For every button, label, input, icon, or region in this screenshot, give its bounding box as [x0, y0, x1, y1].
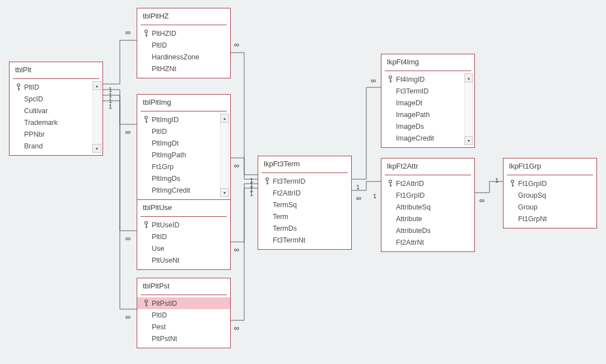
field-row[interactable]: Ft3TermID [258, 175, 351, 187]
field-name: Ft1Grp [152, 162, 215, 172]
svg-rect-5 [146, 32, 146, 36]
field-name: PltID [152, 40, 226, 50]
field-row[interactable]: PltID [137, 39, 230, 51]
field-row[interactable]: Ft1GrpID [381, 189, 474, 201]
table-lkpFt4Img[interactable]: lkpFt4ImgFt4ImgIDFt3TermIDImageDtImagePa… [381, 54, 475, 148]
table-tblPltImg[interactable]: tblPltImgPltImgIDPltIDPltImgDtPltImgPath… [137, 94, 231, 200]
scrollbar[interactable]: ▴▾ [220, 113, 229, 198]
svg-rect-22 [267, 183, 268, 183]
field-row[interactable]: PltID [137, 309, 230, 321]
scroll-track[interactable] [464, 82, 473, 136]
table-lkpFt3Term[interactable]: lkpFt3TermFt3TermIDFt2AttrIDTermSqTermTe… [258, 156, 352, 250]
field-row[interactable]: PltUseID [137, 219, 230, 231]
svg-rect-33 [512, 183, 512, 186]
scrollbar[interactable]: ▴▾ [92, 80, 101, 154]
field-row[interactable]: AttributeSq [381, 201, 474, 213]
table-body: Ft1GrpIDGroupSqGroupFt1GrpNt [504, 176, 596, 228]
field-row[interactable]: PltImgDs [137, 172, 219, 184]
field-row[interactable]: SpcID [10, 93, 91, 105]
field-row[interactable]: PltImgDt [137, 137, 219, 149]
field-name: Brand [24, 141, 87, 151]
table-lkpFt1Grp[interactable]: lkpFt1GrpFt1GrpIDGroupSqGroupFt1GrpNt [503, 158, 597, 228]
field-row[interactable]: TermDs [258, 222, 351, 234]
field-row[interactable]: ImageDt [381, 97, 463, 109]
field-row[interactable]: PPNbr [10, 128, 91, 140]
svg-rect-11 [146, 122, 147, 123]
field-name: Ft2AttrNt [396, 237, 470, 248]
field-row[interactable]: PltHZID [137, 27, 230, 39]
table-tblPltUse[interactable]: tblPltUsePltUseIDPltIDUsePltUseNt [137, 199, 231, 270]
scrollbar[interactable]: ▴▾ [464, 72, 473, 146]
field-name: PPNbr [24, 129, 87, 139]
field-row[interactable]: Use [137, 242, 230, 254]
field-row[interactable]: Ft3TermNt [258, 234, 351, 246]
primary-key-icon [385, 180, 396, 188]
field-row[interactable]: PltID [137, 125, 219, 137]
table-title: tblPltHZ [137, 8, 230, 25]
field-name: PltImgDs [152, 174, 215, 184]
cardinality-many: ∞ [125, 234, 130, 242]
table-tblPlt[interactable]: tblPltPltIDSpcIDCultivarTrademarkPPNbrBr… [9, 62, 103, 156]
field-row[interactable]: PltPstNt [137, 333, 230, 344]
field-row[interactable]: Ft1Grp [137, 161, 219, 172]
field-row[interactable]: ImagePath [381, 109, 463, 120]
field-name: ImageCredit [396, 133, 459, 143]
scroll-up-button[interactable]: ▴ [464, 73, 473, 82]
field-row[interactable]: Ft2AttrID [381, 178, 474, 189]
field-row[interactable]: Ft1GrpID [504, 178, 596, 189]
table-body: PltImgIDPltIDPltImgDtPltImgPathFt1GrpPlt… [137, 113, 230, 199]
field-row[interactable]: PltImgCredit [137, 184, 219, 196]
field-row[interactable]: Ft2AttrID [258, 187, 351, 199]
cardinality-one: 1 [356, 184, 360, 190]
field-row[interactable]: Cultivar [10, 105, 91, 116]
field-row[interactable]: Ft4ImgID [381, 73, 463, 85]
field-row[interactable]: PltID [10, 81, 91, 93]
svg-rect-14 [146, 226, 147, 227]
field-row[interactable]: Group [504, 201, 596, 213]
cardinality-one: 1 [109, 103, 112, 110]
scroll-up-button[interactable]: ▴ [220, 114, 229, 123]
field-row[interactable]: PltUseNt [137, 254, 230, 266]
field-row[interactable]: Term [258, 211, 351, 222]
field-row[interactable]: Pest [137, 321, 230, 333]
field-row[interactable]: PltPstID [137, 297, 230, 309]
field-row[interactable]: PltID [137, 231, 230, 242]
table-tblPltPst[interactable]: tblPltPstPltPstIDPltIDPestPltPstNt [137, 278, 231, 348]
field-name: Ft1GrpID [396, 190, 470, 200]
scroll-up-button[interactable]: ▴ [92, 81, 101, 90]
scroll-down-button[interactable]: ▾ [464, 136, 473, 145]
field-row[interactable]: Ft1GrpNt [504, 213, 596, 225]
field-row[interactable]: Ft3TermID [381, 85, 463, 97]
field-row[interactable]: Trademark [10, 116, 91, 128]
table-lkpFt2Attr[interactable]: lkpFt2AttrFt2AttrIDFt1GrpIDAttributeSqAt… [381, 158, 475, 252]
scroll-down-button[interactable]: ▾ [220, 188, 229, 197]
field-name: Ft1GrpID [518, 179, 592, 189]
field-name: Ft2AttrID [396, 179, 470, 189]
scroll-track[interactable] [92, 90, 101, 144]
field-name: Ft2AttrID [273, 188, 347, 198]
field-row[interactable]: GroupSq [504, 189, 596, 201]
field-row[interactable]: Ft2AttrNt [381, 236, 474, 248]
field-row[interactable]: TermSq [258, 199, 351, 211]
divider [385, 175, 471, 175]
table-tblPltHZ[interactable]: tblPltHZPltHZIDPltIDHardinessZonePltHZNt [137, 8, 231, 78]
cardinality-many: ∞ [234, 40, 239, 49]
field-name: PltImgCredit [152, 185, 215, 195]
field-row[interactable]: ImageCredit [381, 132, 463, 144]
field-row[interactable]: PltImgPath [137, 149, 219, 161]
svg-rect-2 [18, 88, 20, 89]
field-row[interactable]: PltHZNt [137, 63, 230, 74]
cardinality-many: ∞ [125, 28, 130, 36]
field-name: AttributeSq [396, 202, 470, 212]
field-row[interactable]: AttributeDs [381, 225, 474, 236]
scroll-track[interactable] [220, 123, 229, 188]
scroll-down-button[interactable]: ▾ [92, 144, 101, 153]
field-name: PltHZID [152, 29, 226, 39]
field-row[interactable]: Attribute [381, 213, 474, 225]
field-row[interactable]: HardinessZone [137, 51, 230, 63]
svg-point-8 [145, 116, 148, 119]
field-row[interactable]: Brand [10, 140, 91, 152]
field-name: PltID [152, 232, 226, 242]
field-row[interactable]: PltImgID [137, 114, 219, 125]
field-row[interactable]: ImageDs [381, 120, 463, 132]
